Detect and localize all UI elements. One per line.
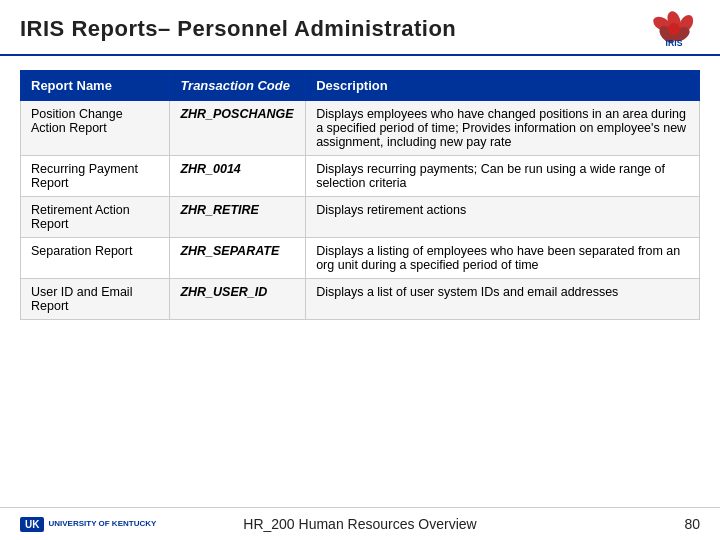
table-row: Position Change Action ReportZHR_POSCHAN… xyxy=(21,101,700,156)
cell-description: Displays retirement actions xyxy=(306,197,700,238)
cell-transaction-code: ZHR_POSCHANGE xyxy=(170,101,306,156)
report-table: Report Name Transaction Code Description… xyxy=(20,70,700,320)
iris-logo-icon: IRIS xyxy=(648,10,700,48)
footer-page-number: 80 xyxy=(684,516,700,532)
col-header-desc: Description xyxy=(306,71,700,101)
iris-logo: IRIS xyxy=(648,10,700,48)
table-row: Retirement Action ReportZHR_RETIREDispla… xyxy=(21,197,700,238)
footer: UK University of Kentucky HR_200 Human R… xyxy=(0,507,720,540)
page-wrapper: IRIS Reports– Personnel Administration I… xyxy=(0,0,720,540)
cell-description: Displays recurring payments; Can be run … xyxy=(306,156,700,197)
table-row: Recurring Payment ReportZHR_0014Displays… xyxy=(21,156,700,197)
table-header-row: Report Name Transaction Code Description xyxy=(21,71,700,101)
main-content: Report Name Transaction Code Description… xyxy=(0,56,720,507)
table-row: User ID and Email ReportZHR_USER_IDDispl… xyxy=(21,279,700,320)
cell-transaction-code: ZHR_RETIRE xyxy=(170,197,306,238)
cell-transaction-code: ZHR_0014 xyxy=(170,156,306,197)
svg-point-5 xyxy=(668,23,680,35)
cell-description: Displays a list of user system IDs and e… xyxy=(306,279,700,320)
header: IRIS Reports– Personnel Administration I… xyxy=(0,0,720,56)
uk-badge: UK xyxy=(20,517,44,532)
uk-university-text: University of Kentucky xyxy=(48,519,156,529)
cell-description: Displays employees who have changed posi… xyxy=(306,101,700,156)
table-row: Separation ReportZHR_SEPARATEDisplays a … xyxy=(21,238,700,279)
page-title: IRIS Reports– Personnel Administration xyxy=(20,16,456,42)
uk-logo: UK University of Kentucky xyxy=(20,517,156,532)
cell-description: Displays a listing of employees who have… xyxy=(306,238,700,279)
cell-transaction-code: ZHR_USER_ID xyxy=(170,279,306,320)
cell-report-name: Separation Report xyxy=(21,238,170,279)
cell-report-name: Retirement Action Report xyxy=(21,197,170,238)
col-header-name: Report Name xyxy=(21,71,170,101)
cell-report-name: Recurring Payment Report xyxy=(21,156,170,197)
footer-center-text: HR_200 Human Resources Overview xyxy=(243,516,476,532)
cell-report-name: User ID and Email Report xyxy=(21,279,170,320)
svg-text:IRIS: IRIS xyxy=(666,38,683,48)
cell-transaction-code: ZHR_SEPARATE xyxy=(170,238,306,279)
cell-report-name: Position Change Action Report xyxy=(21,101,170,156)
col-header-code: Transaction Code xyxy=(170,71,306,101)
